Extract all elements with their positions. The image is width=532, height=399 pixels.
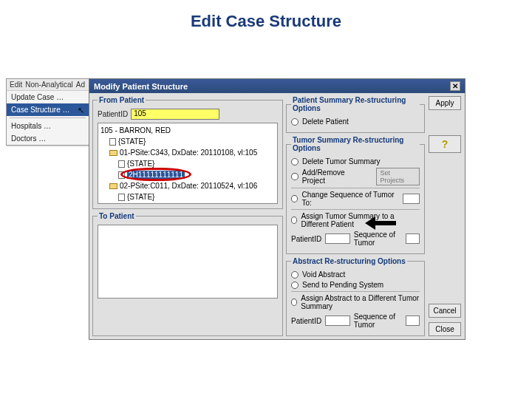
tumor-patientid-label: PatientID xyxy=(291,235,321,243)
abstract-patientid-label: PatientID xyxy=(291,317,321,325)
from-patient-legend: From Patient xyxy=(98,96,146,104)
dialog-title-text: Modify Patient Structure xyxy=(94,82,188,91)
abstract-options-legend: Abstract Re-structuring Options xyxy=(291,257,407,265)
abstract-options-group: Abstract Re-structuring Options Void Abs… xyxy=(286,257,425,336)
patient-id-label: PatientID xyxy=(98,110,128,118)
apply-button[interactable]: Apply xyxy=(429,96,461,110)
tumor-seq-input[interactable] xyxy=(406,233,420,244)
delete-tumor-label: Delete Tumor Summary xyxy=(302,157,381,166)
tree-highlight[interactable]: 2H11111111111 xyxy=(127,171,185,179)
menu-item-doctors[interactable]: Doctors … xyxy=(7,132,89,145)
help-button[interactable]: ? xyxy=(429,135,461,153)
from-patient-group: From Patient PatientID 105 105 - BARRON,… xyxy=(92,96,283,209)
document-icon xyxy=(118,194,125,201)
set-projects-button[interactable]: Set Projects xyxy=(376,168,420,185)
cancel-button[interactable]: Cancel xyxy=(429,304,461,318)
change-seq-label: Change Sequence of Tumor To: xyxy=(301,191,399,207)
abstract-patientid-input[interactable] xyxy=(325,316,350,326)
radio-delete-tumor[interactable] xyxy=(291,158,299,166)
document-icon xyxy=(118,160,125,168)
menu-bar-nonanalytical[interactable]: Non-Analytical xyxy=(25,81,72,89)
menu-bar: Edit Non-Analytical Ad xyxy=(7,79,89,91)
abstract-seq-input[interactable] xyxy=(406,316,420,326)
tree-root[interactable]: 105 - BARRON, RED xyxy=(100,125,275,136)
tumor-seq-label: Sequence of Tumor xyxy=(354,231,403,247)
page-title: Edit Case Structure xyxy=(0,0,532,37)
assign-tumor-label: Assign Tumor Summary to a Different Pati… xyxy=(301,212,420,228)
folder-icon xyxy=(109,183,117,189)
delete-patient-label: Delete Patient xyxy=(302,117,349,126)
document-icon xyxy=(118,171,125,179)
to-patient-legend: To Patient xyxy=(98,212,136,220)
tree-state3[interactable]: {STATE} xyxy=(127,193,154,201)
tree-state2[interactable]: {STATE} xyxy=(127,160,154,168)
add-remove-project-label: Add/Remove Project xyxy=(302,168,369,185)
menu-item-hospitals[interactable]: Hospitals … xyxy=(7,120,89,132)
separator xyxy=(291,209,420,210)
tumor-options-group: Tumor Summary Re-structuring Options Del… xyxy=(286,136,425,254)
folder-icon xyxy=(109,150,117,156)
close-button[interactable]: Close xyxy=(429,322,461,336)
tree-item1[interactable]: 01-PSite:C343, DxDate: 20110108, vl:105 xyxy=(120,149,257,157)
tumor-options-legend: Tumor Summary Re-structuring Options xyxy=(291,136,420,152)
menu-separator xyxy=(10,117,86,118)
dialog-titlebar: Modify Patient Structure ✕ xyxy=(89,79,465,93)
patient-id-input[interactable]: 105 xyxy=(131,109,219,120)
tree-state1[interactable]: {STATE} xyxy=(118,137,146,146)
cursor-icon: ↖ xyxy=(78,106,84,115)
radio-change-seq[interactable] xyxy=(291,195,298,202)
patient-options-group: Patient Summary Re-structuring Options D… xyxy=(286,96,425,133)
change-seq-input[interactable] xyxy=(403,194,420,204)
send-pending-label: Send to Pending System xyxy=(302,281,383,289)
abstract-seq-label: Sequence of Tumor xyxy=(354,313,403,329)
tumor-patientid-input[interactable] xyxy=(325,233,350,244)
menu-bar-edit[interactable]: Edit xyxy=(10,81,22,89)
radio-send-pending[interactable] xyxy=(291,282,299,289)
patient-tree[interactable]: 105 - BARRON, RED {STATE} 01-PSite:C343,… xyxy=(98,123,278,204)
radio-add-remove-project[interactable] xyxy=(291,173,299,180)
radio-assign-abstract[interactable] xyxy=(291,299,297,306)
to-patient-group: To Patient xyxy=(92,212,283,336)
radio-delete-patient[interactable] xyxy=(291,118,299,126)
radio-assign-tumor[interactable] xyxy=(291,216,297,224)
close-icon[interactable]: ✕ xyxy=(450,81,460,91)
modify-patient-dialog: Modify Patient Structure ✕ From Patient … xyxy=(89,78,466,340)
tree-item2[interactable]: 02-PSite:C011, DxDate: 20110524, vl:106 xyxy=(120,182,257,190)
assign-abstract-label: Assign Abstract to a Different Tumor Sum… xyxy=(301,294,420,310)
void-abstract-label: Void Abstract xyxy=(302,270,345,279)
menu-item-update-case[interactable]: Update Case … xyxy=(7,91,89,103)
menu-bar-ad[interactable]: Ad xyxy=(76,81,85,89)
separator xyxy=(291,291,420,292)
to-patient-listbox[interactable] xyxy=(98,225,278,299)
radio-void-abstract[interactable] xyxy=(291,271,299,279)
separator xyxy=(291,188,420,188)
menu-item-case-structure[interactable]: Case Structure … xyxy=(7,103,89,116)
document-icon xyxy=(109,138,116,146)
patient-options-legend: Patient Summary Re-structuring Options xyxy=(291,96,420,112)
